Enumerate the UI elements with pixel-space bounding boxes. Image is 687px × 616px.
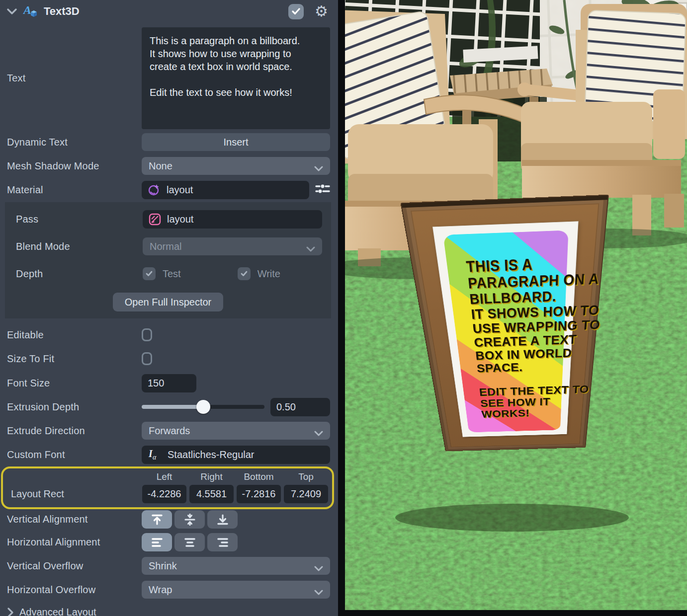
material-row: Material layout xyxy=(7,181,330,199)
depth-label: Depth xyxy=(16,268,143,280)
extrusion-depth-label: Extrusion Depth xyxy=(7,401,142,413)
mesh-shadow-mode-dropdown[interactable]: None xyxy=(142,157,330,175)
layout-rect-col-right: Right xyxy=(189,470,234,485)
inspector-panel: A Text3D ⚙ Text This is a paragraph on a… xyxy=(0,0,338,616)
svg-text:A: A xyxy=(23,3,31,16)
horizontal-overflow-dropdown[interactable]: Wrap xyxy=(142,581,330,599)
editable-checkbox[interactable] xyxy=(142,328,152,341)
layout-rect-left-input[interactable]: -4.2286 xyxy=(142,485,186,503)
depth-row: Depth Test Write xyxy=(16,265,322,283)
horizontal-overflow-row: Horizontal Overflow Wrap xyxy=(7,581,330,599)
camera-preview[interactable]: THIS IS A PARAGRAPH ON A BILLBOARD. IT S… xyxy=(338,0,687,616)
open-full-inspector-button[interactable]: Open Full Inspector xyxy=(113,293,224,311)
layout-rect-top-input[interactable]: 7.2409 xyxy=(284,485,328,503)
font-size-input[interactable]: 150 xyxy=(142,374,196,392)
chevron-down-icon xyxy=(314,428,323,439)
chevron-down-icon xyxy=(306,243,315,255)
chevron-down-icon xyxy=(314,163,323,174)
font-size-row: Font Size 150 xyxy=(7,374,330,392)
advanced-layout-toggle[interactable]: Advanced Layout xyxy=(7,607,330,616)
mesh-shadow-mode-label: Mesh Shadow Mode xyxy=(7,160,142,172)
depth-test-checkbox[interactable] xyxy=(143,267,156,280)
vertical-alignment-label: Vertical Alignment xyxy=(7,514,142,525)
pass-name: layout xyxy=(167,214,193,225)
align-center-icon xyxy=(183,537,196,548)
align-bottom-icon xyxy=(216,514,229,526)
halign-right-button[interactable] xyxy=(207,533,238,551)
halign-center-button[interactable] xyxy=(174,533,205,551)
layout-rect-col-left: Left xyxy=(142,470,186,485)
gear-icon[interactable]: ⚙ xyxy=(315,4,328,19)
component-title: Text3D xyxy=(44,5,80,18)
horizontal-overflow-label: Horizontal Overflow xyxy=(7,584,142,596)
extrude-direction-dropdown[interactable]: Forwards xyxy=(142,422,330,440)
material-input[interactable]: layout xyxy=(142,181,309,199)
halign-left-button[interactable] xyxy=(142,533,172,551)
dynamic-text-row: Dynamic Text Insert xyxy=(7,133,330,151)
layout-rect-col-top: Top xyxy=(284,470,328,485)
horizontal-alignment-label: Horizontal Alignment xyxy=(7,537,142,548)
extrusion-depth-slider[interactable] xyxy=(142,398,264,416)
billboard-text: THIS IS A PARAGRAPH ON A BILLBOARD. IT S… xyxy=(465,253,609,420)
svg-text:α: α xyxy=(153,454,157,461)
valign-bottom-button[interactable] xyxy=(207,510,238,529)
material-pass-section: Pass layout Blend Mode xyxy=(5,202,331,318)
component-header: A Text3D ⚙ xyxy=(0,0,338,23)
layout-rect-highlight: Left Right Bottom Top Layout Rect -4.228… xyxy=(1,466,334,509)
pass-shader-icon xyxy=(149,213,161,226)
depth-write-label: Write xyxy=(258,268,280,280)
material-name: layout xyxy=(167,184,193,196)
custom-font-label: Custom Font xyxy=(7,449,142,461)
editable-label: Editable xyxy=(7,329,142,341)
editable-row: Editable xyxy=(7,327,330,342)
horizontal-alignment-row: Horizontal Alignment xyxy=(7,533,330,551)
component-enabled-checkbox[interactable] xyxy=(288,4,304,19)
layout-rect-label: Layout Rect xyxy=(5,488,139,500)
depth-test-label: Test xyxy=(163,268,181,280)
extrusion-depth-input[interactable]: 0.50 xyxy=(270,398,330,416)
text3d-component-icon: A xyxy=(23,3,38,20)
blend-mode-row: Blend Mode Normal xyxy=(16,237,322,255)
vertical-overflow-label: Vertical Overflow xyxy=(7,560,142,572)
extrude-direction-label: Extrude Direction xyxy=(7,425,142,437)
valign-center-button[interactable] xyxy=(174,510,205,529)
collapse-chevron-icon[interactable] xyxy=(7,8,17,15)
valign-top-button[interactable] xyxy=(142,510,172,529)
align-top-icon xyxy=(151,514,164,526)
app-window: A Text3D ⚙ Text This is a paragraph on a… xyxy=(0,0,687,616)
vertical-overflow-dropdown[interactable]: Shrink xyxy=(142,557,330,575)
chevron-right-icon xyxy=(7,608,13,616)
layout-rect-right-input[interactable]: 4.5581 xyxy=(189,485,234,503)
text-row: Text This is a paragraph on a billboard.… xyxy=(7,27,330,129)
chevron-down-icon xyxy=(314,587,323,598)
custom-font-name: Staatliches-Regular xyxy=(168,449,255,461)
extrude-direction-row: Extrude Direction Forwards xyxy=(7,422,330,440)
insert-button[interactable]: Insert xyxy=(142,133,330,151)
text-input[interactable]: This is a paragraph on a billboard. It s… xyxy=(142,27,330,129)
size-to-fit-checkbox[interactable] xyxy=(142,352,152,365)
blend-mode-label: Blend Mode xyxy=(16,241,143,252)
text-label: Text xyxy=(7,73,142,84)
layout-rect-col-bottom: Bottom xyxy=(237,470,281,485)
material-label: Material xyxy=(7,184,142,196)
extrusion-depth-row: Extrusion Depth 0.50 xyxy=(7,398,330,416)
font-size-label: Font Size xyxy=(7,378,142,389)
vertical-alignment-row: Vertical Alignment xyxy=(7,510,330,529)
align-middle-icon xyxy=(183,514,196,526)
align-right-icon xyxy=(216,537,229,548)
chevron-down-icon xyxy=(314,563,323,574)
slider-thumb[interactable] xyxy=(196,400,210,414)
font-icon: I α xyxy=(148,448,162,462)
size-to-fit-label: Size To Fit xyxy=(7,353,142,365)
size-to-fit-row: Size To Fit xyxy=(7,351,330,366)
pass-input[interactable]: layout xyxy=(143,210,322,229)
layout-rect-bottom-input[interactable]: -7.2816 xyxy=(237,485,281,503)
material-sphere-icon xyxy=(148,183,161,196)
depth-write-checkbox[interactable] xyxy=(238,267,251,280)
dynamic-text-label: Dynamic Text xyxy=(7,137,142,148)
advanced-layout-label: Advanced Layout xyxy=(19,607,96,616)
pass-label: Pass xyxy=(16,214,143,225)
custom-font-input[interactable]: I α Staatliches-Regular xyxy=(142,446,330,464)
blend-mode-dropdown: Normal xyxy=(143,237,322,255)
tune-icon[interactable] xyxy=(315,183,330,197)
